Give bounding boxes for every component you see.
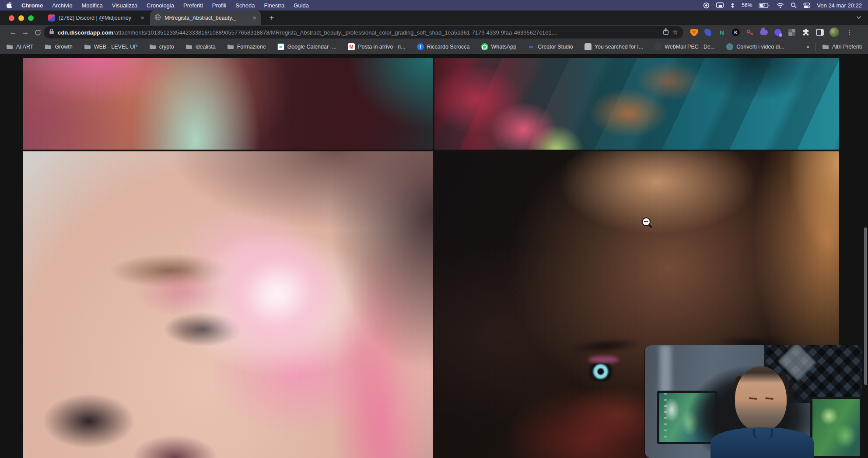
reload-button[interactable] [32, 29, 44, 36]
bookmark-folder-formazione[interactable]: Formazione [227, 44, 266, 50]
extension-blue-icon[interactable] [704, 28, 712, 37]
tab-close-icon[interactable]: × [140, 14, 144, 21]
calendar-favicon: 31 [277, 43, 284, 50]
generated-image-quadrant-top-right[interactable] [434, 58, 839, 150]
bookmark-creator-studio[interactable]: ∞ Creator Studio [528, 43, 573, 50]
battery-charging-icon[interactable] [759, 3, 770, 8]
battery-percentage[interactable]: 56% [742, 2, 752, 8]
scrollbar-thumb[interactable] [864, 227, 867, 385]
omnibox-url-field[interactable]: cdn.discordapp.com/attachments/101351233… [44, 26, 683, 38]
wifi-icon[interactable] [777, 3, 784, 8]
extension-metamask-icon[interactable] [690, 28, 698, 37]
bookmarks-bar: AI ART Growth WEB - LEVEL-UP crypto idea… [0, 40, 868, 54]
bookmark-folder-growth[interactable]: Growth [45, 44, 72, 50]
bookmark-label: idealista [196, 44, 216, 50]
generated-image-quadrant-bottom-left-portrait[interactable] [23, 151, 433, 458]
folder-icon [45, 44, 52, 49]
back-button[interactable]: ← [7, 28, 19, 37]
apple-logo-icon[interactable] [6, 1, 12, 10]
menu-scheda[interactable]: Scheda [235, 2, 255, 9]
menu-profili[interactable]: Profili [212, 2, 227, 9]
bookmark-whatsapp[interactable]: WhatsApp [481, 43, 517, 50]
bookmark-label: Posta in arrivo - ri... [358, 44, 405, 50]
screen-mirroring-icon[interactable] [716, 2, 724, 8]
share-icon[interactable] [663, 28, 669, 37]
record-icon[interactable] [703, 2, 710, 9]
extension-grid-icon[interactable] [788, 28, 796, 37]
bookmark-gmail-inbox[interactable]: M Posta in arrivo - ri... [348, 43, 405, 50]
control-center-icon[interactable] [803, 3, 810, 8]
tab-search-chevron-icon[interactable] [856, 14, 862, 22]
window-minimize-button[interactable] [18, 15, 24, 21]
bookmark-you-searched[interactable]: You searched for I... [584, 43, 643, 50]
menu-cronologia[interactable]: Cronologia [147, 2, 174, 9]
bookmark-webmail-pec[interactable]: WebMail PEC - De... [654, 43, 715, 50]
bookmark-label: Formazione [237, 44, 266, 50]
menubar-clock[interactable]: Ven 24 mar 20:22 [817, 2, 862, 9]
bookmark-label: Converti i video di... [736, 44, 784, 50]
profile-avatar[interactable] [830, 28, 839, 37]
menu-archivio[interactable]: Archivio [52, 2, 72, 9]
window-close-button[interactable] [9, 15, 14, 21]
bookmark-label: AI ART [16, 44, 33, 50]
extensions-puzzle-icon[interactable] [802, 28, 810, 37]
bookmark-label: Riccardo Scrocca [427, 44, 470, 50]
menu-guida[interactable]: Guida [294, 2, 309, 9]
bookmark-label: crypto [159, 44, 174, 50]
bookmark-google-calendar[interactable]: 31 Google Calendar -... [277, 43, 337, 50]
extension-purple-icon[interactable] [774, 28, 782, 37]
bookmark-label: WebMail PEC - De... [665, 44, 715, 50]
left-eyeshadow-shimmer [588, 356, 619, 363]
bookmark-folder-web-level-up[interactable]: WEB - LEVEL-UP [84, 44, 138, 50]
tab-close-icon[interactable]: × [252, 14, 256, 21]
right-monitor-screen [812, 399, 860, 456]
bookmark-facebook-profile[interactable]: f Riccardo Scrocca [417, 43, 470, 50]
bookmarks-overflow-chevron[interactable]: » [806, 44, 809, 50]
extensions-row: N K ⋮ [690, 28, 854, 37]
extension-n-icon[interactable]: N [718, 28, 726, 37]
url-domain: cdn.discordapp.com [58, 29, 113, 36]
bookmark-converti-video[interactable]: Converti i video di... [726, 43, 784, 50]
converter-favicon [726, 43, 733, 50]
extension-key-icon[interactable] [746, 28, 754, 37]
bookmark-folder-ai-art[interactable]: AI ART [6, 44, 33, 50]
folder-icon [227, 44, 234, 49]
url-path: /attachments/1013512335442333816/1088905… [113, 29, 558, 36]
menu-finestra[interactable]: Finestra [264, 2, 284, 9]
extension-k-icon[interactable]: K [732, 28, 740, 37]
right-monitor [810, 397, 862, 458]
bookmark-label: Growth [55, 44, 72, 50]
bookmark-label: WEB - LEVEL-UP [94, 44, 138, 50]
menu-kebab-icon[interactable]: ⋮ [844, 28, 854, 36]
menu-modifica[interactable]: Modifica [81, 2, 102, 9]
tab-discord[interactable]: (2762) Discord | @Midjourney × [44, 10, 149, 25]
new-tab-button[interactable]: + [266, 12, 277, 24]
url-text: cdn.discordapp.com/attachments/101351233… [58, 29, 659, 36]
bluetooth-icon[interactable] [730, 2, 735, 9]
bookmark-star-icon[interactable]: ☆ [672, 28, 678, 36]
bookmark-folder-idealista[interactable]: idealista [186, 44, 216, 50]
other-bookmarks-folder[interactable]: Altri Preferiti [822, 44, 862, 50]
window-zoom-button[interactable] [28, 15, 34, 21]
side-panel-icon[interactable] [816, 28, 824, 37]
bookmark-folder-crypto[interactable]: crypto [149, 44, 174, 50]
folder-icon [822, 44, 829, 49]
forward-button[interactable]: → [19, 28, 32, 37]
folder-icon [149, 44, 156, 49]
extension-cloud-icon[interactable] [760, 28, 768, 37]
globe-favicon [154, 14, 161, 22]
generated-image-quadrant-top-left[interactable] [23, 58, 433, 150]
bookmark-label: Creator Studio [538, 44, 573, 50]
menu-visualizza[interactable]: Visualizza [112, 2, 137, 9]
menu-chrome[interactable]: Chrome [21, 2, 43, 9]
presenter-eyes [749, 398, 774, 401]
facebook-favicon: f [417, 43, 424, 50]
chrome-toolbar: ← → cdn.discordapp.com/attachments/10135… [0, 25, 868, 40]
menu-preferiti[interactable]: Preferiti [183, 2, 203, 9]
bookmarks-right-group: » Altri Preferiti [806, 43, 862, 51]
bookmark-label: WhatsApp [491, 44, 517, 50]
webcam-overlay [645, 345, 862, 458]
tab-image-active[interactable]: MRregista_Abstract_beauty._ × [150, 10, 261, 25]
spotlight-search-icon[interactable] [791, 2, 797, 8]
bookmark-label: You searched for I... [595, 44, 643, 50]
